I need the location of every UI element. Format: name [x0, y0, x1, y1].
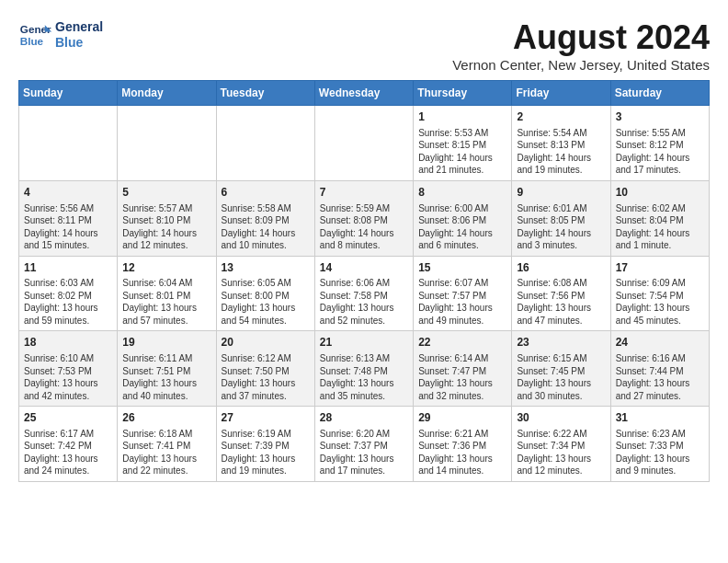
calendar-cell: 24Sunrise: 6:16 AM Sunset: 7:44 PM Dayli…: [610, 331, 709, 407]
calendar-cell: 7Sunrise: 5:59 AM Sunset: 8:08 PM Daylig…: [314, 180, 413, 256]
day-number: 3: [616, 109, 704, 125]
day-number: 10: [616, 185, 704, 201]
week-row-4: 18Sunrise: 6:10 AM Sunset: 7:53 PM Dayli…: [19, 331, 710, 407]
day-number: 12: [122, 260, 210, 276]
day-header-monday: Monday: [118, 81, 216, 106]
day-number: 24: [616, 335, 704, 350]
calendar-cell: 11Sunrise: 6:03 AM Sunset: 8:02 PM Dayli…: [19, 256, 118, 331]
calendar-cell: 17Sunrise: 6:09 AM Sunset: 7:54 PM Dayli…: [610, 256, 709, 331]
day-info: Sunrise: 5:55 AM Sunset: 8:12 PM Dayligh…: [616, 127, 704, 177]
calendar-table: SundayMondayTuesdayWednesdayThursdayFrid…: [18, 80, 710, 482]
day-info: Sunrise: 6:19 AM Sunset: 7:39 PM Dayligh…: [222, 428, 310, 477]
day-number: 26: [122, 410, 210, 426]
calendar-cell: [19, 106, 118, 181]
week-row-5: 25Sunrise: 6:17 AM Sunset: 7:42 PM Dayli…: [19, 407, 710, 482]
calendar-cell: 28Sunrise: 6:20 AM Sunset: 7:37 PM Dayli…: [314, 407, 413, 482]
logo: General Blue General Blue: [18, 18, 103, 52]
day-number: 8: [418, 185, 506, 201]
day-number: 22: [418, 335, 506, 350]
day-number: 30: [517, 410, 605, 426]
calendar-cell: 5Sunrise: 5:57 AM Sunset: 8:10 PM Daylig…: [118, 180, 216, 256]
day-info: Sunrise: 6:15 AM Sunset: 7:45 PM Dayligh…: [517, 352, 605, 402]
day-info: Sunrise: 6:17 AM Sunset: 7:42 PM Dayligh…: [24, 428, 112, 477]
week-row-1: 1Sunrise: 5:53 AM Sunset: 8:15 PM Daylig…: [19, 106, 710, 181]
day-info: Sunrise: 6:02 AM Sunset: 8:04 PM Dayligh…: [616, 202, 704, 252]
calendar-cell: 14Sunrise: 6:06 AM Sunset: 7:58 PM Dayli…: [314, 256, 413, 331]
day-header-wednesday: Wednesday: [314, 81, 413, 106]
day-info: Sunrise: 5:56 AM Sunset: 8:11 PM Dayligh…: [24, 202, 112, 252]
day-number: 20: [222, 335, 310, 350]
day-number: 18: [24, 335, 112, 350]
calendar-cell: 15Sunrise: 6:07 AM Sunset: 7:57 PM Dayli…: [414, 256, 512, 331]
day-info: Sunrise: 6:16 AM Sunset: 7:44 PM Dayligh…: [616, 352, 704, 402]
day-number: 7: [320, 185, 408, 201]
day-number: 6: [222, 185, 310, 201]
day-info: Sunrise: 6:18 AM Sunset: 7:41 PM Dayligh…: [122, 428, 210, 477]
day-info: Sunrise: 6:05 AM Sunset: 8:00 PM Dayligh…: [222, 277, 310, 327]
svg-text:Blue: Blue: [20, 35, 44, 47]
day-number: 27: [222, 410, 310, 426]
day-info: Sunrise: 6:12 AM Sunset: 7:50 PM Dayligh…: [222, 352, 310, 402]
day-number: 2: [517, 109, 605, 125]
day-header-sunday: Sunday: [19, 81, 118, 106]
day-info: Sunrise: 6:00 AM Sunset: 8:06 PM Dayligh…: [418, 202, 506, 252]
day-number: 23: [517, 335, 605, 350]
calendar-cell: 22Sunrise: 6:14 AM Sunset: 7:47 PM Dayli…: [414, 331, 512, 407]
day-info: Sunrise: 6:09 AM Sunset: 7:54 PM Dayligh…: [616, 277, 704, 327]
day-number: 5: [122, 185, 210, 201]
day-header-tuesday: Tuesday: [216, 81, 314, 106]
calendar-cell: [118, 106, 216, 181]
title-section: August 2024 Vernon Center, New Jersey, U…: [452, 18, 710, 73]
day-info: Sunrise: 5:58 AM Sunset: 8:09 PM Dayligh…: [222, 202, 310, 252]
day-header-thursday: Thursday: [414, 81, 512, 106]
calendar-cell: 12Sunrise: 6:04 AM Sunset: 8:01 PM Dayli…: [118, 256, 216, 331]
day-number: 14: [320, 260, 408, 276]
day-number: 13: [222, 260, 310, 276]
day-number: 15: [418, 260, 506, 276]
calendar-cell: 18Sunrise: 6:10 AM Sunset: 7:53 PM Dayli…: [19, 331, 118, 407]
day-number: 17: [616, 260, 704, 276]
calendar-cell: [314, 106, 413, 181]
calendar-cell: 1Sunrise: 5:53 AM Sunset: 8:15 PM Daylig…: [414, 106, 512, 181]
calendar-cell: 30Sunrise: 6:22 AM Sunset: 7:34 PM Dayli…: [512, 407, 610, 482]
day-info: Sunrise: 6:03 AM Sunset: 8:02 PM Dayligh…: [24, 277, 112, 327]
calendar-cell: 29Sunrise: 6:21 AM Sunset: 7:36 PM Dayli…: [414, 407, 512, 482]
day-info: Sunrise: 6:20 AM Sunset: 7:37 PM Dayligh…: [320, 428, 408, 477]
days-header-row: SundayMondayTuesdayWednesdayThursdayFrid…: [19, 81, 710, 106]
logo-icon: General Blue: [18, 18, 51, 52]
calendar-cell: 31Sunrise: 6:23 AM Sunset: 7:33 PM Dayli…: [610, 407, 709, 482]
day-info: Sunrise: 6:22 AM Sunset: 7:34 PM Dayligh…: [517, 428, 605, 477]
calendar-cell: 27Sunrise: 6:19 AM Sunset: 7:39 PM Dayli…: [216, 407, 314, 482]
calendar-cell: 25Sunrise: 6:17 AM Sunset: 7:42 PM Dayli…: [19, 407, 118, 482]
calendar-cell: 6Sunrise: 5:58 AM Sunset: 8:09 PM Daylig…: [216, 180, 314, 256]
day-info: Sunrise: 5:53 AM Sunset: 8:15 PM Dayligh…: [418, 127, 506, 177]
day-number: 9: [517, 185, 605, 201]
calendar-cell: 13Sunrise: 6:05 AM Sunset: 8:00 PM Dayli…: [216, 256, 314, 331]
day-info: Sunrise: 6:07 AM Sunset: 7:57 PM Dayligh…: [418, 277, 506, 327]
logo-general: General: [55, 19, 103, 35]
day-info: Sunrise: 6:23 AM Sunset: 7:33 PM Dayligh…: [616, 428, 704, 477]
day-info: Sunrise: 6:08 AM Sunset: 7:56 PM Dayligh…: [517, 277, 605, 327]
day-number: 1: [418, 109, 506, 125]
calendar-cell: 26Sunrise: 6:18 AM Sunset: 7:41 PM Dayli…: [118, 407, 216, 482]
day-number: 19: [122, 335, 210, 350]
calendar-cell: 4Sunrise: 5:56 AM Sunset: 8:11 PM Daylig…: [19, 180, 118, 256]
calendar-cell: 16Sunrise: 6:08 AM Sunset: 7:56 PM Dayli…: [512, 256, 610, 331]
calendar-cell: 21Sunrise: 6:13 AM Sunset: 7:48 PM Dayli…: [314, 331, 413, 407]
day-info: Sunrise: 6:04 AM Sunset: 8:01 PM Dayligh…: [122, 277, 210, 327]
week-row-2: 4Sunrise: 5:56 AM Sunset: 8:11 PM Daylig…: [19, 180, 710, 256]
week-row-3: 11Sunrise: 6:03 AM Sunset: 8:02 PM Dayli…: [19, 256, 710, 331]
day-info: Sunrise: 5:59 AM Sunset: 8:08 PM Dayligh…: [320, 202, 408, 252]
day-info: Sunrise: 6:06 AM Sunset: 7:58 PM Dayligh…: [320, 277, 408, 327]
calendar-cell: 23Sunrise: 6:15 AM Sunset: 7:45 PM Dayli…: [512, 331, 610, 407]
day-info: Sunrise: 6:10 AM Sunset: 7:53 PM Dayligh…: [24, 352, 112, 402]
calendar-cell: 19Sunrise: 6:11 AM Sunset: 7:51 PM Dayli…: [118, 331, 216, 407]
day-number: 11: [24, 260, 112, 276]
day-info: Sunrise: 5:57 AM Sunset: 8:10 PM Dayligh…: [122, 202, 210, 252]
day-header-saturday: Saturday: [610, 81, 709, 106]
day-info: Sunrise: 6:11 AM Sunset: 7:51 PM Dayligh…: [122, 352, 210, 402]
calendar-cell: 20Sunrise: 6:12 AM Sunset: 7:50 PM Dayli…: [216, 331, 314, 407]
day-header-friday: Friday: [512, 81, 610, 106]
page-header: General Blue General Blue August 2024 Ve…: [18, 18, 710, 73]
day-info: Sunrise: 5:54 AM Sunset: 8:13 PM Dayligh…: [517, 127, 605, 177]
